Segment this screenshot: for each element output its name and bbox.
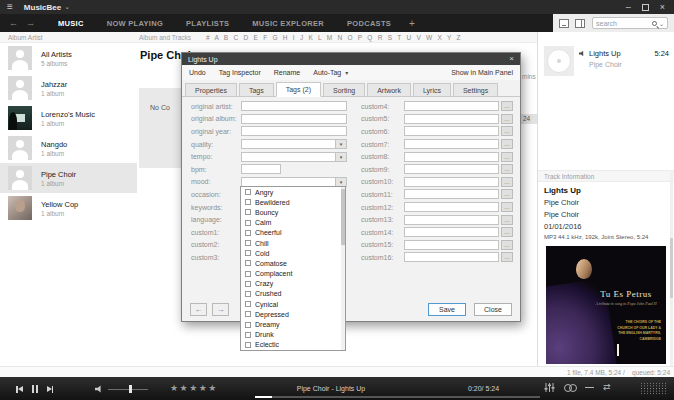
sidebar-item-nangdo[interactable]: Nangdo1 album xyxy=(0,133,137,163)
browse-ellipsis-button[interactable]: … xyxy=(501,152,513,162)
previous-track-button[interactable] xyxy=(16,386,23,393)
custom14-input[interactable] xyxy=(404,227,499,237)
checkbox-icon[interactable] xyxy=(245,332,251,338)
checkbox-icon[interactable] xyxy=(245,291,251,297)
custom13-input[interactable] xyxy=(404,215,499,225)
original-album-input[interactable] xyxy=(241,114,347,124)
tempo-select[interactable]: ▾ xyxy=(241,152,347,162)
next-file-button[interactable]: → xyxy=(212,303,229,316)
swap-arrows-icon[interactable]: ⇄ xyxy=(603,383,611,392)
browse-ellipsis-button[interactable]: … xyxy=(501,215,513,225)
quality-select[interactable]: ▾ xyxy=(241,139,347,149)
checkbox-icon[interactable] xyxy=(245,199,251,205)
now-playing-text[interactable]: Pipe Choir - Lights Up xyxy=(250,385,412,392)
custom16-input[interactable] xyxy=(404,252,499,262)
sidebar-item-yellow-cop[interactable]: Yellow Cop1 album xyxy=(0,193,137,223)
minimize-button[interactable]: – xyxy=(626,3,631,12)
mood-option[interactable]: Eclectic xyxy=(241,340,345,350)
checkbox-icon[interactable] xyxy=(245,311,251,317)
add-tab-button[interactable]: + xyxy=(409,18,415,29)
checkbox-icon[interactable] xyxy=(245,260,251,266)
tab-properties[interactable]: Properties xyxy=(185,83,237,96)
tab-podcasts[interactable]: PODCASTS xyxy=(347,19,391,28)
bpm-input[interactable] xyxy=(241,164,281,174)
volume-icon[interactable] xyxy=(95,385,103,393)
browse-ellipsis-button[interactable]: … xyxy=(501,114,513,124)
checkbox-icon[interactable] xyxy=(245,301,251,307)
mood-option[interactable]: Cynical xyxy=(241,299,345,309)
auto-tag-dropdown-icon[interactable]: ▾ xyxy=(345,69,348,76)
original-artist-input[interactable] xyxy=(241,101,347,111)
browse-ellipsis-button[interactable]: … xyxy=(501,227,513,237)
tab-tags-2[interactable]: Tags (2) xyxy=(276,82,321,97)
browse-ellipsis-button[interactable]: … xyxy=(501,164,513,174)
mood-option[interactable]: Depressed xyxy=(241,309,345,319)
save-button[interactable]: Save xyxy=(428,303,466,316)
sidebar-item-jahzzar[interactable]: Jahzzar1 album xyxy=(0,73,137,103)
dropdown-arrow-icon[interactable]: ▾ xyxy=(335,140,346,148)
mood-option[interactable]: Bewildered xyxy=(241,197,345,207)
custom7-input[interactable] xyxy=(404,139,499,149)
mood-option[interactable]: Calm xyxy=(241,218,345,228)
tab-tags[interactable]: Tags xyxy=(239,83,274,96)
browse-ellipsis-button[interactable]: … xyxy=(501,252,513,262)
volume-slider-thumb[interactable] xyxy=(129,385,132,393)
browse-ellipsis-button[interactable]: … xyxy=(501,101,513,111)
mood-option[interactable]: Chill xyxy=(241,238,345,248)
mood-option[interactable]: Cheerful xyxy=(241,228,345,238)
search-options-chevron-icon[interactable]: ⌄ xyxy=(659,20,664,27)
equalizer-icon[interactable] xyxy=(544,382,555,393)
custom11-input[interactable] xyxy=(404,189,499,199)
rating-stars[interactable]: ★★★★★ xyxy=(170,384,218,393)
mood-option[interactable]: Dreamy xyxy=(241,319,345,329)
maximize-button[interactable] xyxy=(642,4,649,11)
custom8-input[interactable] xyxy=(404,152,499,162)
tab-settings[interactable]: Settings xyxy=(453,83,498,96)
tab-now-playing[interactable]: NOW PLAYING xyxy=(107,19,163,28)
app-title[interactable]: MusicBee xyxy=(24,3,61,12)
dropdown-arrow-icon[interactable]: ▾ xyxy=(335,153,346,161)
alphabet-jump-bar[interactable]: # A B C D E F G H I J K L M N O P Q R S … xyxy=(206,34,461,41)
mood-list-scrollbar-thumb[interactable] xyxy=(341,189,345,245)
tag-inspector-menu-item[interactable]: Tag Inspector xyxy=(219,69,261,76)
mood-option[interactable]: Angry xyxy=(241,187,345,197)
tab-artwork[interactable]: Artwork xyxy=(367,83,411,96)
mood-option[interactable]: Drunk xyxy=(241,330,345,340)
checkbox-icon[interactable] xyxy=(245,271,251,277)
checkbox-icon[interactable] xyxy=(245,240,251,246)
auto-tag-menu-item[interactable]: Auto-Tag xyxy=(313,69,341,76)
hamburger-menu-icon[interactable]: ≡ xyxy=(7,2,13,12)
tab-music-explorer[interactable]: MUSIC EXPLORER xyxy=(252,19,324,28)
pause-button[interactable] xyxy=(32,385,38,393)
crossfade-icon[interactable] xyxy=(564,384,576,392)
custom6-input[interactable] xyxy=(404,126,499,136)
tab-playlists[interactable]: PLAYLISTS xyxy=(186,19,229,28)
tab-music[interactable]: MUSIC xyxy=(58,19,84,28)
close-button[interactable]: × xyxy=(660,3,665,12)
custom5-input[interactable] xyxy=(404,114,499,124)
seek-bar[interactable] xyxy=(255,396,540,398)
mood-option[interactable]: Cold xyxy=(241,248,345,258)
sidebar-item-lorenzos-music[interactable]: Lorenzo's Music1 album xyxy=(0,103,137,133)
tab-lyrics[interactable]: Lyrics xyxy=(413,83,451,96)
checkbox-icon[interactable] xyxy=(245,322,251,328)
mood-option[interactable]: Crushed xyxy=(241,289,345,299)
browse-ellipsis-button[interactable]: … xyxy=(501,202,513,212)
rename-menu-item[interactable]: Rename xyxy=(274,69,300,76)
dropdown-arrow-icon[interactable]: ▾ xyxy=(335,178,346,186)
browse-ellipsis-button[interactable]: … xyxy=(501,126,513,136)
minus-icon[interactable] xyxy=(585,387,594,389)
checkbox-icon[interactable] xyxy=(245,209,251,215)
dialog-title-bar[interactable]: Lights Up × xyxy=(182,53,520,65)
browse-ellipsis-button[interactable]: … xyxy=(501,240,513,250)
checkbox-icon[interactable] xyxy=(245,230,251,236)
checkbox-icon[interactable] xyxy=(245,250,251,256)
playing-track-row[interactable]: Lights Up 5:24 xyxy=(579,49,669,58)
browse-ellipsis-button[interactable]: … xyxy=(501,139,513,149)
mood-option[interactable]: Complacent xyxy=(241,269,345,279)
checkbox-icon[interactable] xyxy=(245,281,251,287)
browse-ellipsis-button[interactable]: … xyxy=(501,177,513,187)
custom10-input[interactable] xyxy=(404,177,499,187)
checkbox-icon[interactable] xyxy=(245,189,251,195)
original-year-input[interactable] xyxy=(241,126,347,136)
